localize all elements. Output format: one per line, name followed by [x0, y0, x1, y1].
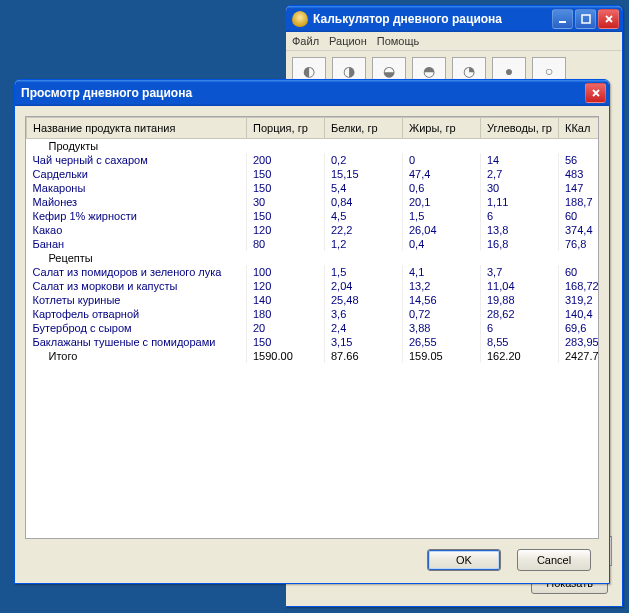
section-label: Продукты — [27, 139, 600, 154]
cell-name: Котлеты куриные — [27, 293, 247, 307]
table-row[interactable]: Сардельки15015,1547,42,7483 — [27, 167, 600, 181]
cell-carbs: 28,62 — [481, 307, 559, 321]
col-header-kcal[interactable]: ККал — [559, 118, 600, 139]
table-row[interactable]: Кефир 1% жирности1504,51,5660 — [27, 209, 600, 223]
cell-fat: 1,5 — [403, 209, 481, 223]
total-cell-fat: 159.05 — [403, 349, 481, 363]
cell-portion: 100 — [247, 265, 325, 279]
cell-kcal: 483 — [559, 167, 600, 181]
cell-protein: 15,15 — [325, 167, 403, 181]
table-row[interactable]: Майонез300,8420,11,11188,7 — [27, 195, 600, 209]
cell-protein: 2,04 — [325, 279, 403, 293]
dialog-titlebar[interactable]: Просмотр дневного рациона — [15, 80, 609, 106]
cell-carbs: 16,8 — [481, 237, 559, 251]
table-row[interactable]: Банан801,20,416,876,8 — [27, 237, 600, 251]
col-header-name[interactable]: Название продукта питания — [27, 118, 247, 139]
col-header-carbs[interactable]: Углеводы, гр — [481, 118, 559, 139]
cell-portion: 120 — [247, 279, 325, 293]
ration-table[interactable]: Название продукта питания Порция, гр Бел… — [26, 117, 599, 363]
table-row[interactable]: Какао12022,226,0413,8374,4 — [27, 223, 600, 237]
close-button[interactable] — [598, 9, 619, 29]
cell-protein: 3,15 — [325, 335, 403, 349]
cell-fat: 0,6 — [403, 181, 481, 195]
menu-help[interactable]: Помощь — [377, 35, 420, 47]
total-cell-protein: 87.66 — [325, 349, 403, 363]
table-header-row: Название продукта питания Порция, гр Бел… — [27, 118, 600, 139]
svg-rect-0 — [559, 21, 566, 23]
cell-protein: 4,5 — [325, 209, 403, 223]
cell-protein: 0,84 — [325, 195, 403, 209]
cell-kcal: 60 — [559, 209, 600, 223]
cell-fat: 26,55 — [403, 335, 481, 349]
col-header-portion[interactable]: Порция, гр — [247, 118, 325, 139]
total-cell-carbs: 162.20 — [481, 349, 559, 363]
cancel-button[interactable]: Cancel — [517, 549, 591, 571]
cell-name: Сардельки — [27, 167, 247, 181]
cell-carbs: 1,11 — [481, 195, 559, 209]
menubar: Файл Рацион Помощь — [286, 32, 622, 51]
section-row: Продукты — [27, 139, 600, 154]
table-row[interactable]: Салат из помидоров и зеленого лука1001,5… — [27, 265, 600, 279]
cell-name: Картофель отварной — [27, 307, 247, 321]
menu-ration[interactable]: Рацион — [329, 35, 367, 47]
menu-file[interactable]: Файл — [292, 35, 319, 47]
section-label: Рецепты — [27, 251, 600, 265]
table-row[interactable]: Чай черный с сахаром2000,201456 — [27, 153, 600, 167]
cell-carbs: 8,55 — [481, 335, 559, 349]
cell-kcal: 56 — [559, 153, 600, 167]
cell-protein: 5,4 — [325, 181, 403, 195]
cell-portion: 140 — [247, 293, 325, 307]
total-cell-kcal: 2427.77 — [559, 349, 600, 363]
app-icon — [292, 11, 308, 27]
cell-kcal: 168,72 — [559, 279, 600, 293]
cell-fat: 20,1 — [403, 195, 481, 209]
table-row[interactable]: Бутерброд с сыром202,43,88669,6 — [27, 321, 600, 335]
cell-name: Какао — [27, 223, 247, 237]
table-row[interactable]: Салат из моркови и капусты1202,0413,211,… — [27, 279, 600, 293]
cell-name: Банан — [27, 237, 247, 251]
cell-kcal: 283,95 — [559, 335, 600, 349]
cell-portion: 200 — [247, 153, 325, 167]
cell-portion: 150 — [247, 209, 325, 223]
dialog-button-row: OK Cancel — [427, 549, 591, 571]
cell-protein: 25,48 — [325, 293, 403, 307]
window-buttons — [552, 9, 619, 29]
cell-name: Чай черный с сахаром — [27, 153, 247, 167]
ok-button[interactable]: OK — [427, 549, 501, 571]
cell-fat: 0 — [403, 153, 481, 167]
cell-kcal: 147 — [559, 181, 600, 195]
dialog-title: Просмотр дневного рациона — [21, 86, 585, 100]
cell-kcal: 76,8 — [559, 237, 600, 251]
svg-rect-1 — [582, 15, 590, 23]
dialog-window: Просмотр дневного рациона Название проду… — [14, 79, 610, 584]
col-header-protein[interactable]: Белки, гр — [325, 118, 403, 139]
col-header-fat[interactable]: Жиры, гр — [403, 118, 481, 139]
minimize-button[interactable] — [552, 9, 573, 29]
cell-name: Кефир 1% жирности — [27, 209, 247, 223]
main-titlebar[interactable]: Калькулятор дневного рациона — [286, 6, 622, 32]
maximize-button[interactable] — [575, 9, 596, 29]
table-row[interactable]: Котлеты куриные14025,4814,5619,88319,2 — [27, 293, 600, 307]
cell-fat: 0,4 — [403, 237, 481, 251]
table-row[interactable]: Баклажаны тушеные с помидорами1503,1526,… — [27, 335, 600, 349]
cell-protein: 1,5 — [325, 265, 403, 279]
cell-portion: 150 — [247, 167, 325, 181]
cell-carbs: 14 — [481, 153, 559, 167]
cell-kcal: 60 — [559, 265, 600, 279]
dialog-close-button[interactable] — [585, 83, 606, 103]
ration-table-container: Название продукта питания Порция, гр Бел… — [25, 116, 599, 539]
cell-carbs: 11,04 — [481, 279, 559, 293]
cell-protein: 22,2 — [325, 223, 403, 237]
table-row[interactable]: Картофель отварной1803,60,7228,62140,4 — [27, 307, 600, 321]
cell-fat: 13,2 — [403, 279, 481, 293]
cell-kcal: 140,4 — [559, 307, 600, 321]
cell-portion: 150 — [247, 181, 325, 195]
cell-carbs: 30 — [481, 181, 559, 195]
cell-carbs: 6 — [481, 209, 559, 223]
table-row[interactable]: Макароны1505,40,630147 — [27, 181, 600, 195]
cell-name: Макароны — [27, 181, 247, 195]
cell-fat: 14,56 — [403, 293, 481, 307]
cell-carbs: 6 — [481, 321, 559, 335]
cell-kcal: 319,2 — [559, 293, 600, 307]
cell-fat: 26,04 — [403, 223, 481, 237]
